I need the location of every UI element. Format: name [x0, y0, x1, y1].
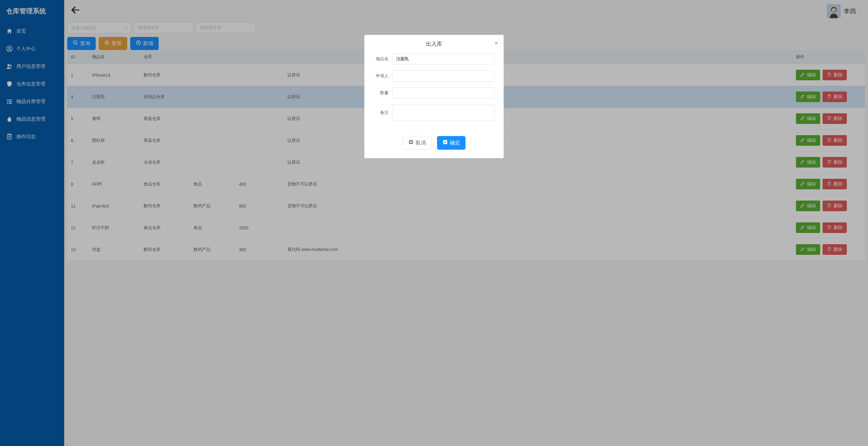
label-name: 物品名	[373, 56, 392, 62]
confirm-button[interactable]: 确定	[437, 136, 465, 150]
modal-overlay[interactable]: 出入库 ✕ 物品名 申请人 数量 备注 取消	[0, 0, 868, 446]
input-remark[interactable]	[392, 105, 495, 121]
svg-rect-27	[410, 141, 412, 143]
close-icon[interactable]: ✕	[494, 40, 498, 46]
input-count[interactable]	[392, 88, 495, 98]
input-name[interactable]	[392, 54, 495, 64]
label-applicant: 申请人	[373, 73, 392, 79]
stock-modal: 出入库 ✕ 物品名 申请人 数量 备注 取消	[364, 35, 504, 158]
modal-title: 出入库	[426, 41, 442, 47]
input-applicant[interactable]	[392, 70, 495, 82]
cancel-button[interactable]: 取消	[403, 136, 432, 150]
label-count: 数量	[373, 90, 392, 96]
stop-icon	[408, 139, 414, 146]
check-icon	[442, 139, 448, 146]
modal-header: 出入库 ✕	[364, 35, 504, 51]
label-remark: 备注	[373, 110, 392, 115]
